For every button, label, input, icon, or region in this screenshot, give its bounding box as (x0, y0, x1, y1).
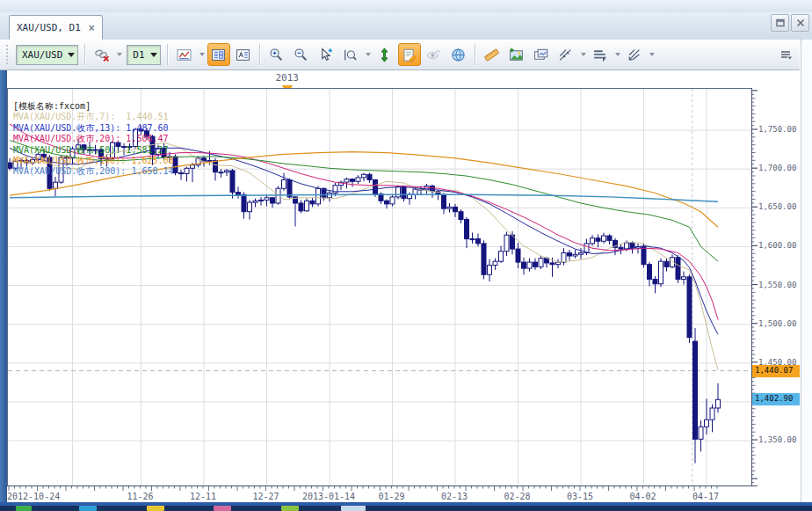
taskbar-icon (214, 506, 231, 511)
symbol-combo-value: XAU/USD (22, 49, 62, 61)
tab-close-icon[interactable]: × (89, 24, 95, 33)
taskbar-icon (281, 506, 299, 511)
notes-button[interactable] (398, 43, 421, 66)
zoom-range-button[interactable] (339, 43, 362, 66)
toolbar-separator (167, 44, 169, 65)
taskbar-icon (79, 506, 97, 511)
price-tick-label: 1,750.00 (758, 125, 796, 134)
cursor-add-button[interactable] (315, 43, 337, 66)
ruler-icon (484, 47, 499, 62)
zoomrange-icon (343, 47, 358, 62)
toolbar-grip[interactable] (4, 45, 11, 64)
arrows-icon (627, 47, 642, 62)
alert-price-tag: 1,440.07 (752, 365, 800, 377)
restore-icon (773, 16, 787, 30)
chevron-down-icon[interactable] (615, 53, 620, 56)
tile-windows-button[interactable] (207, 43, 230, 66)
date-tick-label: 2012-10-24 (7, 492, 60, 501)
chevron-down-icon[interactable] (366, 53, 371, 56)
chevron-down-icon[interactable] (649, 53, 655, 56)
chevron-down-icon[interactable] (199, 53, 205, 56)
taskbar-icon (341, 506, 366, 511)
close-icon (794, 16, 808, 30)
fitvert-icon (377, 47, 392, 62)
date-axis[interactable]: 2012-10-2411-2612-1112-272013-01-1401-29… (7, 485, 758, 503)
arrow-tools-button[interactable] (623, 43, 646, 66)
addimage-icon (509, 47, 524, 62)
timeframe-combo[interactable]: D1 (127, 45, 160, 65)
toolbar: XAU/USDD1 (0, 40, 800, 70)
trading-app-window: { "window": { "tab_title": "XAU/USD, D1"… (0, 0, 812, 511)
current-price-tag: 1,402.90 (752, 393, 800, 405)
taskbar-icon (147, 506, 164, 511)
chevron-down-icon (150, 53, 157, 57)
price-tick-label: 1,650.00 (758, 202, 796, 211)
fit-vertical-button[interactable] (373, 43, 396, 66)
chevron-down-icon[interactable] (117, 53, 122, 56)
MA200-close-line (10, 194, 718, 201)
price-tick-label: 1,500.00 (758, 319, 796, 328)
price-axis[interactable]: 1,750.001,700.001,650.001,600.001,550.00… (751, 88, 801, 494)
date-tick-label: 11-26 (127, 492, 153, 501)
window-controls (771, 14, 809, 32)
zoom-out-button[interactable] (290, 43, 313, 66)
toolbar-overflow-button[interactable] (774, 43, 797, 66)
visibility-button[interactable] (423, 43, 446, 66)
snapshot-icon (533, 47, 548, 62)
MA20-close-line (10, 124, 718, 319)
fibo-icon (592, 47, 607, 62)
cascade-icon (236, 47, 250, 62)
window-right-edge (801, 40, 812, 506)
window-header-strip (0, 0, 812, 12)
timeframe-combo-value: D1 (133, 49, 144, 61)
restore-button[interactable] (771, 14, 789, 32)
toolbar-separator (259, 44, 261, 65)
symbol-combo[interactable]: XAU/USD (16, 45, 78, 65)
date-tick-label: 04-17 (692, 492, 719, 501)
date-tick-label: 01-29 (378, 492, 404, 501)
ruler-button[interactable] (481, 43, 504, 66)
date-tick-label: 12-27 (252, 492, 279, 501)
close-button[interactable] (791, 14, 809, 32)
globe-icon (451, 47, 466, 62)
date-tick-label: 02-13 (441, 492, 468, 501)
price-tick-label: 1,700.00 (758, 164, 796, 172)
tab-title: XAU/USD, D1 (17, 22, 81, 33)
chart-type-button[interactable] (173, 43, 196, 66)
price-ruler (751, 88, 801, 494)
date-tick-label: 03-15 (567, 492, 593, 501)
zoomin-icon (269, 47, 284, 62)
candlestick-chart (8, 89, 752, 486)
date-tick-label: 04-02 (629, 492, 656, 501)
date-tick-label: 12-11 (190, 492, 216, 501)
window-left-edge (0, 70, 7, 506)
trend-icon (558, 47, 573, 62)
tab-bar: XAU/USD, D1 × (0, 12, 812, 40)
chevron-down-icon (68, 53, 75, 57)
date-tick-label: 2013-01-14 (302, 492, 355, 501)
date-tick-label: 02-28 (504, 492, 530, 501)
add-image-button[interactable] (505, 43, 528, 66)
eye-icon (426, 47, 441, 62)
chart-plot-area[interactable]: [模板名称:fxcom]MVA(XAU/USD.开市,7): 1,440.51M… (7, 88, 753, 487)
tab-xauusd-d1[interactable]: XAU/USD, D1 × (9, 15, 103, 40)
zoom-in-button[interactable] (265, 43, 288, 66)
price-tick-label: 1,600.00 (758, 241, 796, 250)
chevron-down-icon[interactable] (581, 53, 586, 56)
zoomout-icon (294, 47, 308, 62)
toolbar-separator (84, 44, 86, 65)
overflow-icon (779, 47, 793, 62)
charttype-icon (177, 47, 192, 62)
snapshot-button[interactable] (530, 43, 553, 66)
fibonacci-tools-button[interactable] (589, 43, 612, 66)
unlink-button[interactable] (91, 43, 113, 66)
taskbar-icon (16, 506, 32, 511)
year-label: 2013 (276, 72, 300, 84)
notes-icon (402, 47, 417, 62)
cursorplus-icon (318, 47, 333, 62)
taskbar-strip (0, 506, 812, 511)
globe-button[interactable] (447, 43, 470, 66)
cascade-windows-button[interactable] (232, 43, 255, 66)
trendline-tools-button[interactable] (555, 43, 577, 66)
price-tick-label: 1,350.00 (758, 435, 796, 444)
